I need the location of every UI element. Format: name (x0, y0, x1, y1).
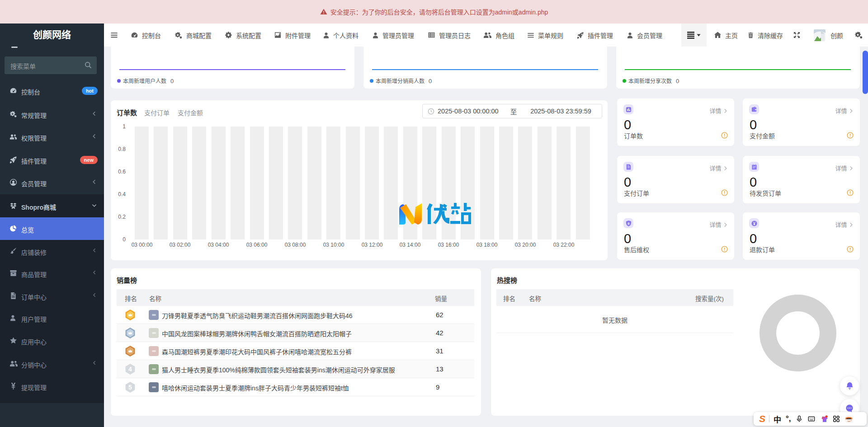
svg-text:4: 4 (128, 366, 132, 373)
svg-text:5: 5 (128, 384, 132, 391)
